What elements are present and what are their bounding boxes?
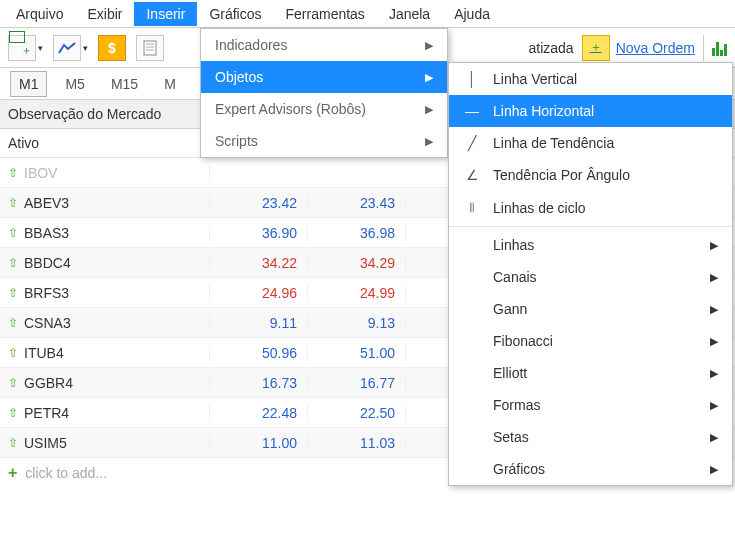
bars-icon[interactable] [712, 40, 727, 56]
ask: 51.00 [308, 345, 406, 361]
symbol: BBAS3 [24, 225, 69, 241]
order-icon: ＋ [582, 35, 610, 61]
add-text: click to add... [25, 465, 107, 481]
objects-submenu: │ Linha Vertical ― Linha Horizontal ╱ Li… [448, 62, 733, 486]
toolbar-chart-new-button[interactable]: ＋ ▾ [6, 33, 45, 63]
submenu-arrow-icon: ▶ [710, 463, 718, 476]
toolbar-money-button[interactable]: $ [96, 33, 128, 63]
ask: 34.29 [308, 255, 406, 271]
menu-inserir[interactable]: Inserir [134, 2, 197, 26]
toolbar-doc-button[interactable] [134, 33, 166, 63]
bid: 23.42 [210, 195, 308, 211]
ask: 23.43 [308, 195, 406, 211]
submenu-arrow-icon: ▶ [710, 367, 718, 380]
ask: 36.98 [308, 225, 406, 241]
menu-janela[interactable]: Janela [377, 2, 442, 26]
symbol: PETR4 [24, 405, 69, 421]
up-arrow-icon: ⇧ [8, 196, 18, 210]
ask: 9.13 [308, 315, 406, 331]
menu-item-expert-advisors[interactable]: Expert Advisors (Robôs)▶ [201, 93, 447, 125]
menu-graficos[interactable]: Gráficos [197, 2, 273, 26]
menu-exibir[interactable]: Exibir [75, 2, 134, 26]
ask: 22.50 [308, 405, 406, 421]
separator [449, 226, 732, 227]
plus-icon: + [8, 464, 17, 482]
submenu-arrow-icon: ▶ [710, 239, 718, 252]
horizontal-line-icon: ― [463, 103, 481, 119]
submenu-arrow-icon: ▶ [710, 271, 718, 284]
submenu-linha-horizontal[interactable]: ― Linha Horizontal [449, 95, 732, 127]
submenu-arrow-icon: ▶ [710, 399, 718, 412]
bid: 50.96 [210, 345, 308, 361]
chart-add-icon: ＋ [8, 35, 36, 61]
submenu-graficos[interactable]: Gráficos▶ [449, 453, 732, 485]
angle-icon: ∠ [463, 167, 481, 183]
symbol: ABEV3 [24, 195, 69, 211]
toolbar-cut-label: atizada [528, 40, 573, 56]
up-arrow-icon: ⇧ [8, 256, 18, 270]
symbol: USIM5 [24, 435, 67, 451]
menu-item-indicadores[interactable]: Indicadores▶ [201, 29, 447, 61]
bid: 11.00 [210, 435, 308, 451]
line-chart-icon [53, 35, 81, 61]
separator [703, 35, 704, 61]
menu-ajuda[interactable]: Ajuda [442, 2, 502, 26]
bid: 9.11 [210, 315, 308, 331]
submenu-linhas-ciclo[interactable]: ⦀ Linhas de ciclo [449, 191, 732, 224]
submenu-arrow-icon: ▶ [425, 39, 433, 52]
bid: 24.96 [210, 285, 308, 301]
chevron-down-icon: ▾ [38, 43, 43, 53]
timeframe-more[interactable]: M [156, 72, 184, 96]
menu-bar: Arquivo Exibir Inserir Gráficos Ferramen… [0, 0, 735, 28]
vertical-line-icon: │ [463, 71, 481, 87]
symbol: CSNA3 [24, 315, 71, 331]
svg-rect-0 [144, 41, 156, 55]
submenu-gann[interactable]: Gann▶ [449, 293, 732, 325]
ask: 11.03 [308, 435, 406, 451]
insert-menu-dropdown: Indicadores▶ Objetos▶ Expert Advisors (R… [200, 28, 448, 158]
bid: 16.73 [210, 375, 308, 391]
submenu-formas[interactable]: Formas▶ [449, 389, 732, 421]
submenu-elliott[interactable]: Elliott▶ [449, 357, 732, 389]
menu-item-objetos[interactable]: Objetos▶ [201, 61, 447, 93]
new-order-label: Nova Ordem [616, 40, 695, 56]
bid: 22.48 [210, 405, 308, 421]
up-arrow-icon: ⇧ [8, 436, 18, 450]
up-arrow-icon: ⇧ [8, 226, 18, 240]
symbol: BRFS3 [24, 285, 69, 301]
up-arrow-icon: ⇧ [8, 316, 18, 330]
cycle-lines-icon: ⦀ [463, 199, 481, 216]
menu-arquivo[interactable]: Arquivo [4, 2, 75, 26]
money-icon: $ [98, 35, 126, 61]
submenu-linhas[interactable]: Linhas▶ [449, 229, 732, 261]
symbol: GGBR4 [24, 375, 73, 391]
up-arrow-icon: ⇧ [8, 406, 18, 420]
new-order-button[interactable]: ＋ Nova Ordem [582, 35, 695, 61]
menu-item-scripts[interactable]: Scripts▶ [201, 125, 447, 157]
submenu-linha-tendencia[interactable]: ╱ Linha de Tendência [449, 127, 732, 159]
submenu-setas[interactable]: Setas▶ [449, 421, 732, 453]
menu-ferramentas[interactable]: Ferramentas [274, 2, 377, 26]
ask: 16.77 [308, 375, 406, 391]
submenu-canais[interactable]: Canais▶ [449, 261, 732, 293]
bid: 34.22 [210, 255, 308, 271]
col-ativo[interactable]: Ativo [0, 129, 210, 157]
trendline-icon: ╱ [463, 135, 481, 151]
timeframe-m5[interactable]: M5 [57, 72, 92, 96]
submenu-tendencia-angulo[interactable]: ∠ Tendência Por Ângulo [449, 159, 732, 191]
timeframe-m1[interactable]: M1 [10, 71, 47, 97]
up-arrow-icon: ⇧ [8, 346, 18, 360]
symbol: ITUB4 [24, 345, 64, 361]
timeframe-m15[interactable]: M15 [103, 72, 146, 96]
ask: 24.99 [308, 285, 406, 301]
submenu-fibonacci[interactable]: Fibonacci▶ [449, 325, 732, 357]
submenu-arrow-icon: ▶ [425, 135, 433, 148]
symbol: IBOV [24, 165, 57, 181]
up-arrow-icon: ⇧ [8, 166, 18, 180]
submenu-arrow-icon: ▶ [710, 431, 718, 444]
submenu-arrow-icon: ▶ [710, 335, 718, 348]
up-arrow-icon: ⇧ [8, 286, 18, 300]
toolbar-chart-line-button[interactable]: ▾ [51, 33, 90, 63]
submenu-linha-vertical[interactable]: │ Linha Vertical [449, 63, 732, 95]
submenu-arrow-icon: ▶ [425, 103, 433, 116]
